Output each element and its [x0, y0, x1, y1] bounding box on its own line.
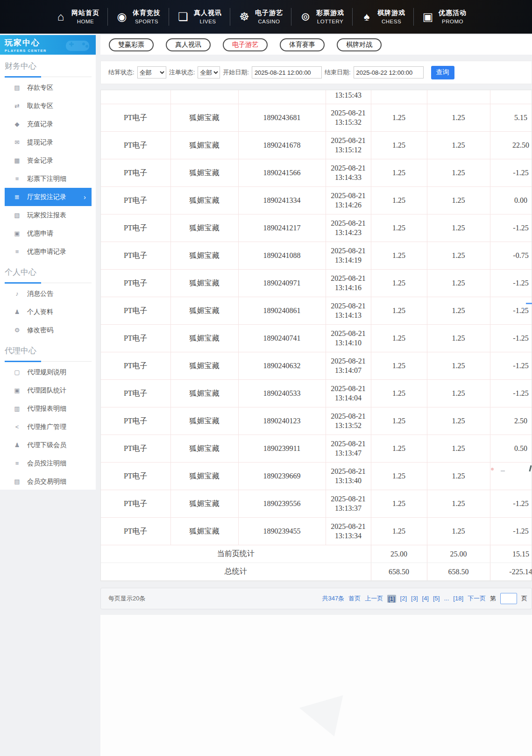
cell-game-name: 狐媚宝藏: [170, 463, 238, 490]
tab-4[interactable]: 体育赛事: [280, 38, 325, 51]
sidebar-item[interactable]: ⚙修改密码: [5, 321, 92, 339]
nav-item-label-en: CASINO: [258, 18, 280, 25]
gift-icon: ▣: [422, 11, 434, 22]
sidebar-item[interactable]: ⇄取款专区: [5, 97, 92, 115]
cell-game-type: PT电子: [101, 297, 170, 325]
page-link[interactable]: [4]: [422, 595, 429, 603]
cell-bet-time: 2025-08-2113:13:47: [326, 435, 371, 463]
sidebar-item[interactable]: ▣优惠申请: [5, 224, 92, 242]
page-link[interactable]: [5]: [433, 595, 440, 603]
sidebar-item[interactable]: ≡优惠申请记录: [5, 242, 92, 261]
funds-record-icon: ▦: [13, 157, 21, 164]
cell-bet-amount: 1.25: [371, 380, 427, 407]
tab-1[interactable]: 雙赢彩票: [109, 38, 154, 51]
cell-game-name: 狐媚宝藏: [170, 490, 238, 518]
sidebar-item[interactable]: ✉提现记录: [5, 133, 92, 151]
sidebar-item[interactable]: ▢代理规则说明: [5, 363, 92, 381]
bet-clock: 13:14:23: [326, 228, 371, 237]
page-jump-input[interactable]: [500, 593, 517, 604]
cell-order-number: 1890241334: [238, 187, 326, 214]
sidebar-item[interactable]: ≣厅室投注记录›: [5, 188, 92, 206]
page-stats-bet: 25.00: [371, 545, 427, 563]
sidebar-item[interactable]: ♪消息公告: [5, 285, 92, 303]
nav-item-label-en: PROMO: [442, 18, 463, 25]
cell-bet-amount: 1.25: [371, 104, 427, 132]
sidebar-item-label: 彩票下注明细: [27, 175, 66, 183]
sidebar-item-label: 消息公告: [27, 290, 53, 298]
start-date-input[interactable]: [252, 66, 322, 78]
sidebar-item-label: 代理团队统计: [27, 386, 66, 395]
cell-bet-time: 2025-08-2113:14:10: [326, 325, 371, 352]
bet-clock: 13:13:40: [326, 476, 371, 485]
tab-5[interactable]: 棋牌对战: [337, 38, 382, 51]
cell-game-name: 狐媚宝藏: [170, 132, 238, 159]
nav-item-home[interactable]: ⌂网站首页HOME: [48, 8, 106, 25]
order-status-label: 注单状态:: [169, 68, 195, 77]
cell-order-number: 1890239911: [238, 435, 326, 463]
sidebar-section-title: 代理中心: [5, 345, 92, 362]
jump-prefix-label: 第: [490, 594, 496, 603]
sidebar-item[interactable]: ▥代理报表明细: [5, 399, 92, 418]
order-status-select[interactable]: 全部: [198, 66, 220, 78]
first-page-link[interactable]: 首页: [348, 594, 361, 603]
sidebar-item-label: 取款专区: [27, 102, 53, 110]
sidebar-item[interactable]: ▧玩家投注报表: [5, 206, 92, 224]
settle-status-select[interactable]: 全部: [137, 66, 166, 78]
page-link[interactable]: [2]: [400, 595, 407, 603]
nav-item-lives[interactable]: ❏真人视讯LIVES: [170, 8, 229, 25]
query-button[interactable]: 查询: [431, 66, 454, 79]
bet-clock: 13:15:32: [326, 118, 371, 127]
table-rows: PT电子狐媚宝藏18902436812025-08-2113:15:321.25…: [101, 104, 532, 545]
bet-records-table: 13:15:43 PT电子狐媚宝藏18902436812025-08-2113:…: [101, 90, 532, 581]
tab-3[interactable]: 电子游艺: [223, 38, 268, 51]
sidebar-item[interactable]: ≡会员投注明细: [5, 454, 92, 472]
total-stats-profit: -225.14: [490, 563, 532, 581]
nav-item-label-zh: 体育竞技: [133, 8, 161, 18]
sidebar-item[interactable]: ♟个人资料: [5, 303, 92, 321]
page: ⌂网站首页HOME◉体育竞技SPORTS❏真人视讯LIVES☸电子游艺CASIN…: [0, 0, 532, 756]
cell-game-name: 狐媚宝藏: [170, 187, 238, 214]
sidebar-item[interactable]: ▤会员交易明细: [5, 472, 92, 491]
next-page-link[interactable]: 下一页: [468, 594, 486, 603]
nav-item-sports[interactable]: ◉体育竞技SPORTS: [109, 8, 168, 25]
nav-item-label-zh: 棋牌游戏: [377, 8, 405, 18]
sidebar-item[interactable]: ▦资金记录: [5, 151, 92, 170]
cell-bet-time: 2025-08-2113:14:19: [326, 242, 371, 270]
nav-item-chess[interactable]: ♠棋牌游戏CHESS: [354, 8, 412, 25]
cell-valid-amount: 1.25: [427, 325, 490, 352]
page-stats-profit: 15.15: [490, 545, 532, 563]
cell-valid-amount: 1.25: [427, 380, 490, 407]
tab-2[interactable]: 真人视讯: [166, 38, 211, 51]
sidebar-item[interactable]: <代理推广管理: [5, 418, 92, 436]
cell-bet-amount: 1.25: [371, 352, 427, 380]
nav-item-promo[interactable]: ▣优惠活动PROMO: [415, 8, 474, 25]
sidebar-item[interactable]: ♟代理下级会员: [5, 436, 92, 454]
sidebar-item[interactable]: ▣代理团队统计: [5, 381, 92, 399]
table-row: PT电子狐媚宝藏18902410882025-08-2113:14:191.25…: [101, 242, 532, 270]
table-row: PT电子狐媚宝藏18902396692025-08-2113:13:401.25…: [101, 463, 532, 490]
top-nav-items: ⌂网站首页HOME◉体育竞技SPORTS❏真人视讯LIVES☸电子游艺CASIN…: [48, 8, 474, 26]
sidebar-item[interactable]: ◆充值记录: [5, 115, 92, 133]
page-link[interactable]: [18]: [453, 595, 463, 603]
end-date-input[interactable]: [354, 66, 424, 78]
cell-game-type: PT电子: [101, 132, 170, 159]
member-trade-detail-icon: ▤: [13, 478, 21, 485]
sidebar-item[interactable]: ≡彩票下注明细: [5, 170, 92, 188]
nav-item-lottery[interactable]: ⊚彩票游戏LOTTERY: [292, 8, 351, 25]
bet-clock: 13:14:13: [326, 311, 371, 320]
cell-bet-time: 2025-08-2113:14:33: [326, 159, 371, 187]
cell-bet-amount: 1.25: [371, 518, 427, 545]
page-link[interactable]: [1]: [387, 595, 396, 603]
cell-valid-amount: 1.25: [427, 463, 490, 490]
cell-valid-amount: 1.25: [427, 435, 490, 463]
tabs-strip: 雙赢彩票真人视讯电子游艺体育赛事棋牌对战: [100, 35, 532, 55]
bet-clock: 13:14:04: [326, 393, 371, 403]
sidebar-item[interactable]: ▤存款专区: [5, 78, 92, 97]
nav-item-casino[interactable]: ☸电子游艺CASINO: [231, 8, 290, 25]
page-link[interactable]: [3]: [411, 595, 418, 603]
sidebar-item-label: 会员交易明细: [27, 478, 66, 486]
prev-page-link[interactable]: 上一页: [365, 594, 383, 603]
filter-bar: 结算状态: 全部 注单状态: 全部 开始日期: 结束日期: 查询: [100, 61, 532, 84]
main-content: 雙赢彩票真人视讯电子游艺体育赛事棋牌对战 结算状态: 全部 注单状态: 全部 开…: [100, 35, 532, 609]
bet-clock: 13:15:12: [326, 145, 371, 155]
